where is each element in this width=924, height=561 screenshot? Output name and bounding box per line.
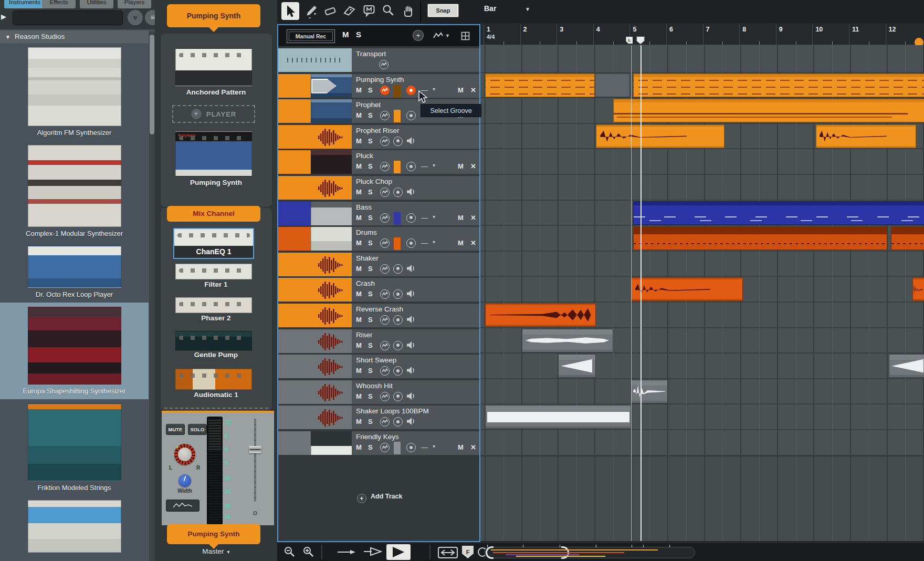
mute-button[interactable]: MUTE xyxy=(166,424,185,435)
browser-collapse-icon[interactable]: ▶ xyxy=(1,13,6,20)
magnify-tool-button[interactable] xyxy=(379,2,397,20)
track-color-swatch[interactable] xyxy=(394,85,401,97)
groove-amount-field[interactable]: — xyxy=(421,443,428,451)
track-solo-button[interactable]: S xyxy=(368,86,373,94)
clip-pumping-synth[interactable] xyxy=(633,74,924,97)
speaker-icon[interactable] xyxy=(406,417,416,427)
browser-item-friktion-modeled-strings[interactable]: Friktion Modeled Strings xyxy=(0,399,149,496)
track-mute-button[interactable]: M xyxy=(356,162,362,170)
track-row-shaker[interactable]: ShakerMS xyxy=(278,253,479,277)
groove-icon[interactable] xyxy=(380,417,390,427)
track-solo-button[interactable]: S xyxy=(368,443,373,451)
record-enable-button[interactable] xyxy=(406,238,416,248)
track-mute-button[interactable]: M xyxy=(356,316,362,324)
follow-scroll-button[interactable] xyxy=(386,544,411,560)
clip-prophet-riser[interactable] xyxy=(596,124,724,148)
channel-bottom-tab[interactable]: Pumping Synth xyxy=(167,524,260,544)
track-mute-button[interactable]: M xyxy=(356,443,362,451)
record-enable-button[interactable] xyxy=(393,392,403,401)
scope-button[interactable] xyxy=(166,500,200,512)
groove-select-dropdown-icon[interactable]: ▾ xyxy=(433,162,435,168)
record-enable-button[interactable] xyxy=(393,366,403,376)
mix-device-gentle-pump[interactable] xyxy=(175,331,252,351)
navigator-left-handle[interactable] xyxy=(486,546,494,559)
record-enable-button[interactable] xyxy=(393,188,403,197)
track-row-riser[interactable]: RiserMS xyxy=(278,329,479,354)
groove-icon[interactable] xyxy=(380,315,390,325)
clip-crash[interactable] xyxy=(631,277,742,301)
track-mute-button[interactable]: M xyxy=(356,188,362,196)
groove-icon[interactable] xyxy=(380,86,390,95)
groove-select-dropdown-icon[interactable]: ▾ xyxy=(433,443,435,449)
track-mute-button[interactable]: M xyxy=(356,265,362,273)
flag-marker-button[interactable]: F xyxy=(462,546,474,558)
track-mute-button[interactable]: M xyxy=(356,137,362,145)
mix-channel-tab[interactable]: Mix Channel xyxy=(167,206,260,222)
groove-amount-field[interactable]: — xyxy=(421,239,428,247)
track-row-whoosh-hit[interactable]: Whoosh HitMS xyxy=(278,380,479,405)
player-dropzone[interactable]: +PLAYER xyxy=(172,105,255,123)
track-output-mute-button[interactable]: M xyxy=(458,162,464,170)
speaker-icon[interactable] xyxy=(406,366,416,376)
header-solo-button[interactable]: S xyxy=(356,30,361,39)
track-solo-button[interactable]: S xyxy=(368,162,373,170)
browser-item-complex-1-modular-synthesizer[interactable]: Complex-1 Modular Synthesizer xyxy=(0,141,149,242)
speaker-icon[interactable] xyxy=(406,188,416,197)
track-row-pumping-synth[interactable]: Pumping SynthMS—▾M✕ xyxy=(278,74,479,99)
track-delete-button[interactable]: ✕ xyxy=(470,443,476,451)
groove-icon[interactable] xyxy=(380,289,390,299)
track-color-swatch[interactable] xyxy=(394,237,401,250)
speaker-icon[interactable] xyxy=(406,341,416,350)
track-mute-button[interactable]: M xyxy=(356,239,362,247)
speaker-icon[interactable] xyxy=(406,264,416,274)
browser-scrollbar[interactable] xyxy=(149,32,155,561)
eraser-tool-button[interactable] xyxy=(321,2,339,20)
browser-item-algoritm-fm-synthesizer[interactable]: Algoritm FM Synthesizer xyxy=(0,43,149,141)
record-enable-button[interactable] xyxy=(406,162,416,171)
mix-device-filter-1[interactable] xyxy=(175,264,252,279)
clip-crash[interactable] xyxy=(912,277,924,301)
follow-page-button[interactable] xyxy=(362,546,383,557)
mix-device-phaser-2[interactable] xyxy=(175,297,252,313)
track-row-drums[interactable]: DrumsMS—▾M✕ xyxy=(278,227,479,252)
select-tool-button[interactable] xyxy=(281,2,299,20)
track-solo-button[interactable]: S xyxy=(368,392,373,400)
browser-menu-button[interactable]: ≡ xyxy=(145,10,155,25)
clip-prophet-riser[interactable] xyxy=(816,124,916,148)
clip-whoosh-hit[interactable] xyxy=(631,380,668,403)
browser-section-header[interactable]: ▼Reason Studios xyxy=(0,30,149,43)
groove-amount-field[interactable]: — xyxy=(421,214,428,222)
pan-knob[interactable] xyxy=(174,444,195,465)
clip-riser[interactable] xyxy=(522,329,613,352)
track-row-pluck[interactable]: PluckMS—▾M✕ xyxy=(278,150,479,175)
block-view-icon[interactable] xyxy=(461,32,470,40)
track-delete-button[interactable]: ✕ xyxy=(470,86,476,94)
snap-button[interactable]: Snap xyxy=(427,4,459,17)
favorites-button[interactable]: ♥ xyxy=(128,10,143,25)
groove-select-dropdown-icon[interactable]: ▾ xyxy=(433,214,435,220)
track-color-swatch[interactable] xyxy=(394,442,401,454)
tab-instruments[interactable]: Instruments xyxy=(4,0,45,8)
speaker-icon[interactable] xyxy=(406,392,416,401)
groove-icon[interactable] xyxy=(380,341,390,350)
track-output-mute-button[interactable]: M xyxy=(458,443,464,451)
track-mute-button[interactable]: M xyxy=(356,290,362,298)
clip-short-sweep[interactable] xyxy=(558,354,596,378)
track-delete-button[interactable]: ✕ xyxy=(470,162,476,170)
track-color-swatch[interactable] xyxy=(394,110,401,122)
tab-utilities[interactable]: Utilities xyxy=(80,0,113,8)
record-enable-button[interactable] xyxy=(393,341,403,350)
groove-icon[interactable] xyxy=(380,137,390,146)
volume-fader[interactable] xyxy=(249,446,261,453)
track-row-shaker-loops-100bpm[interactable]: Shaker Loops 100BPMMS xyxy=(278,406,479,430)
groove-amount-field[interactable]: — xyxy=(421,162,428,170)
track-row-pluck-chop[interactable]: Pluck ChopMS xyxy=(278,176,479,201)
record-enable-button[interactable] xyxy=(393,137,403,146)
track-row-bass[interactable]: BassMS—▾M✕ xyxy=(278,202,479,226)
groove-icon[interactable] xyxy=(380,213,390,223)
groove-icon[interactable] xyxy=(380,188,390,197)
browser-item-dr-octo-rex-loop-player[interactable]: Dr. Octo Rex Loop Player xyxy=(0,242,149,303)
record-enable-button[interactable] xyxy=(406,443,416,452)
follow-off-button[interactable] xyxy=(336,547,357,557)
groove-select-dropdown-icon[interactable]: ▾ xyxy=(433,239,435,245)
